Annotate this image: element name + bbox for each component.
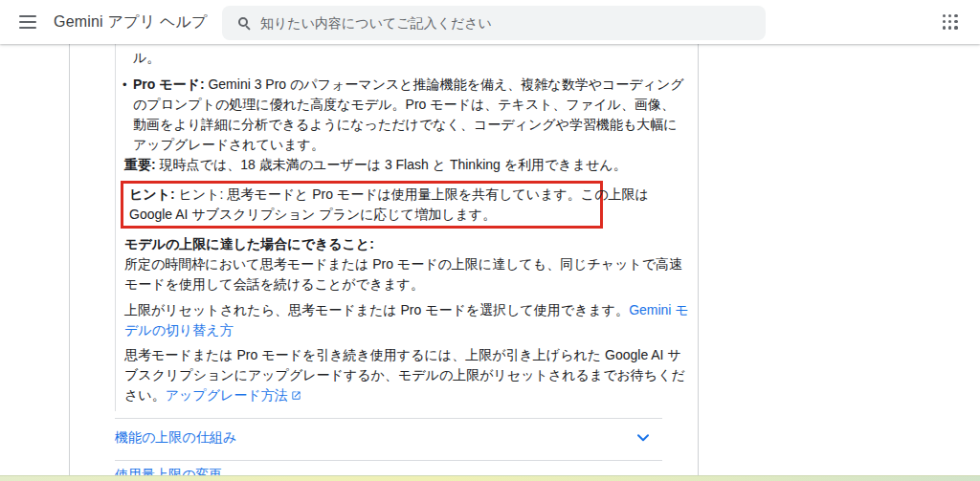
- section-heading: モデルの上限に達した場合にできること:: [124, 234, 374, 254]
- bullet-line: Pro モード: Gemini 3 Pro のパフォーマンスと推論機能を備え、複…: [133, 75, 684, 95]
- search-box[interactable]: [222, 6, 766, 40]
- chevron-down-icon: [637, 434, 649, 442]
- hamburger-menu-icon[interactable]: [17, 12, 38, 32]
- paragraph-line: 思考モードまたは Pro モードを引き続き使用するには、上限が引き上げられた G…: [124, 345, 685, 365]
- accordion-feature-limits[interactable]: 機能の上限の仕組み: [115, 426, 662, 450]
- paragraph-fast-mode: 所定の時間枠において思考モードまたは Pro モードの上限に達しても、同じチャッ…: [124, 254, 682, 295]
- upgrade-link-line[interactable]: さい。アップグレード方法: [124, 385, 685, 405]
- link-text[interactable]: アップグレード方法: [166, 387, 288, 403]
- important-note: 重要: 現時点では、18 歳未満のユーザーは 3 Flash と Thinkin…: [124, 155, 627, 175]
- bullet-line: アップグレードされています。: [133, 135, 684, 155]
- hint-box-red-annotation: ヒント: ヒント: 思考モードと Pro モードは使用量上限を共有しています。こ…: [121, 181, 603, 229]
- paragraph-upgrade: 思考モードまたは Pro モードを引き続き使用するには、上限が引き上げられた G…: [124, 345, 685, 405]
- search-input[interactable]: [260, 15, 766, 31]
- clipped-list-item-fragment: ル。: [133, 48, 160, 68]
- hint-line: ヒント: ヒント: 思考モードと Pro モードは使用量上限を共有しています。こ…: [129, 185, 594, 205]
- bullet-line: のプロンプトの処理に優れた高度なモデル。Pro モードは、テキスト、ファイル、画…: [133, 95, 684, 115]
- accordion-label: 機能の上限の仕組み: [115, 429, 236, 447]
- paragraph-limit-reset: 上限がリセットされたら、思考モードまたは Pro モードを選択して使用できます。…: [124, 300, 689, 340]
- bullet-marker: •: [122, 75, 127, 95]
- divider: [115, 418, 662, 419]
- paragraph-line: 所定の時間枠において思考モードまたは Pro モードの上限に達しても、同じチャッ…: [124, 254, 682, 274]
- divider: [115, 460, 662, 461]
- app-title: Gemini アプリ ヘルプ: [54, 0, 208, 44]
- search-icon: [238, 17, 251, 30]
- open-in-new-icon: [291, 390, 301, 401]
- hint-line: Google AI サブスクリプション プランに応じて増加します。: [129, 205, 594, 225]
- link-text[interactable]: Gemini モ: [629, 302, 689, 317]
- help-article: ル。 • Pro モード: Gemini 3 Pro のパフォーマンスと推論機能…: [0, 0, 980, 481]
- paragraph-line: ブスクリプションにアップグレードするか、モデルの上限がリセットされるまでお待ちく…: [124, 365, 685, 385]
- highlight-bar: [0, 475, 980, 481]
- page: Gemini アプリ ヘルプ ル。 • Pro モード: Gemini 3 Pr…: [0, 0, 980, 481]
- link-text[interactable]: デルの切り替え方: [124, 322, 234, 338]
- top-app-bar: Gemini アプリ ヘルプ: [0, 0, 980, 44]
- google-apps-grid-icon[interactable]: [943, 14, 958, 30]
- bullet-line: 動画をより詳細に分析できるようになっただけでなく、コーディングや学習機能も大幅に: [133, 115, 684, 135]
- pro-mode-bullet-item: • Pro モード: Gemini 3 Pro のパフォーマンスと推論機能を備え…: [122, 75, 684, 155]
- model-switch-link[interactable]: デルの切り替え方: [124, 320, 689, 340]
- paragraph-line[interactable]: 上限がリセットされたら、思考モードまたは Pro モードを選択して使用できます。…: [124, 300, 689, 320]
- paragraph-line: モードを使用して会話を続けることができます。: [124, 274, 682, 295]
